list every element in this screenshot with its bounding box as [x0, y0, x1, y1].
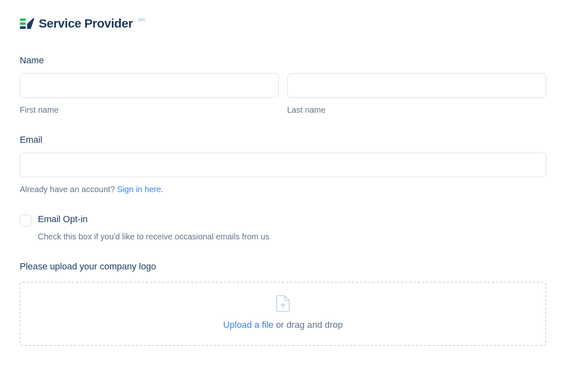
email-input[interactable]	[20, 153, 546, 177]
optin-description: Check this box if you'd like to receive …	[38, 232, 546, 241]
upload-section: Please upload your company logo Upload a…	[20, 261, 546, 346]
first-name-sublabel: First name	[20, 105, 279, 115]
svg-rect-0	[20, 19, 26, 21]
optin-label: Email Opt-in	[38, 214, 546, 225]
optin-checkbox[interactable]	[20, 215, 31, 226]
upload-link-text: Upload a file	[223, 320, 273, 330]
logo-badge: pro	[139, 17, 145, 22]
last-name-sublabel: Last name	[287, 105, 546, 115]
logo-text: Service Provider	[39, 16, 133, 30]
svg-rect-1	[20, 22, 26, 25]
email-helper-suffix: .	[161, 185, 164, 194]
email-helper: Already have an account? Sign in here.	[20, 185, 546, 194]
last-name-input[interactable]	[287, 73, 546, 98]
upload-rest-text: or drag and drop	[274, 320, 343, 330]
logo-mark-icon	[20, 18, 35, 29]
sign-in-link[interactable]: Sign in here	[117, 185, 161, 194]
logo: Service Provider pro	[20, 16, 546, 30]
upload-label: Please upload your company logo	[20, 261, 546, 272]
svg-rect-2	[20, 26, 26, 29]
upload-dropzone[interactable]: Upload a file or drag and drop	[20, 282, 546, 346]
upload-text: Upload a file or drag and drop	[29, 320, 537, 330]
email-label: Email	[20, 135, 546, 145]
email-section: Email Already have an account? Sign in h…	[20, 135, 546, 194]
optin-section: Email Opt-in Check this box if you'd lik…	[20, 214, 546, 241]
name-section: Name First name Last name	[20, 55, 546, 115]
upload-file-icon	[275, 295, 291, 312]
name-label: Name	[20, 55, 546, 66]
first-name-input[interactable]	[20, 73, 279, 98]
email-helper-prefix: Already have an account?	[20, 185, 117, 194]
